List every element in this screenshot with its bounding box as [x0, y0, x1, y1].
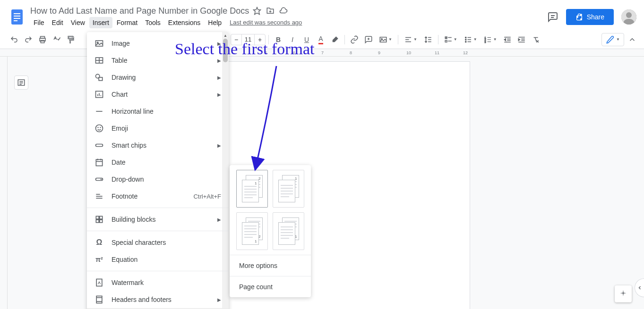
insert-emoji-item[interactable]: Emoji [87, 120, 229, 137]
menu-tools[interactable]: Tools [142, 17, 164, 28]
align-button[interactable]: ▼ [401, 33, 420, 46]
menu-label: Drop-down [112, 175, 221, 183]
insert-dropdown-item[interactable]: Drop-down [87, 171, 229, 188]
ruler-tick: 6 [293, 50, 295, 55]
clear-formatting-button[interactable] [529, 33, 542, 46]
ruler-tick: 11 [435, 50, 439, 55]
insert-table-item[interactable]: Table ▶ [87, 52, 229, 69]
page-count-item[interactable]: Page count [230, 276, 311, 297]
svg-point-68 [100, 127, 101, 128]
checklist-button[interactable]: ▼ [441, 33, 460, 46]
menu-insert[interactable]: Insert [89, 17, 112, 28]
ruler-tick: 12 [463, 50, 468, 55]
spellcheck-button[interactable] [50, 33, 63, 46]
side-panel-toggle[interactable] [635, 278, 644, 297]
paint-format-button[interactable] [64, 33, 77, 46]
document-title[interactable]: How to Add Last Name and Page Number in … [30, 6, 249, 16]
numbered-list-button[interactable]: 123▼ [481, 33, 500, 46]
svg-rect-78 [96, 216, 99, 219]
undo-button[interactable] [8, 33, 21, 46]
indent-increase-button[interactable] [515, 33, 528, 46]
text-color-button[interactable]: A [314, 33, 327, 46]
highlight-button[interactable] [328, 33, 342, 46]
more-options-item[interactable]: More options [230, 255, 311, 276]
menu-label: Special characters [112, 239, 221, 246]
insert-smart-chips-item[interactable]: Smart chips ▶ [87, 137, 229, 154]
show-outline-button[interactable] [14, 75, 28, 90]
submenu-arrow-icon: ▶ [217, 41, 221, 46]
comments-icon[interactable] [547, 11, 558, 23]
menu-label: Drawing [112, 74, 210, 81]
menu-label: Footnote [112, 192, 186, 200]
equation-icon: π² [94, 255, 104, 264]
menu-label: Date [112, 159, 221, 166]
header: How to Add Last Name and Page Number in … [0, 0, 644, 30]
menu-edit[interactable]: Edit [49, 17, 67, 28]
insert-chart-item[interactable]: Chart ▶ [87, 86, 229, 103]
font-size-value[interactable]: 11 [241, 34, 255, 45]
menu-help[interactable]: Help [205, 17, 225, 28]
link-button[interactable] [348, 33, 361, 46]
hide-menus-button[interactable] [628, 35, 636, 44]
separator [398, 35, 398, 44]
comment-button[interactable] [362, 33, 375, 46]
page-number-format-footer-skip-first[interactable]: 1 [273, 212, 304, 250]
svg-text:3: 3 [484, 40, 486, 43]
explore-button[interactable] [615, 285, 632, 302]
svg-point-32 [465, 41, 466, 42]
font-size-control: − 11 + [231, 34, 266, 45]
separator [438, 35, 438, 44]
special-characters-icon: Ω [94, 238, 104, 247]
move-icon[interactable] [266, 7, 275, 15]
account-avatar[interactable] [621, 9, 636, 25]
insert-headers-footers-item[interactable]: Headers and footers ▶ [87, 291, 229, 308]
cloud-icon[interactable] [279, 7, 288, 15]
insert-building-blocks-item[interactable]: Building blocks ▶ [87, 211, 229, 228]
font-size-increase[interactable]: + [255, 36, 265, 43]
italic-button[interactable]: I [286, 33, 299, 46]
svg-point-10 [626, 12, 632, 18]
vertical-ruler[interactable] [0, 57, 8, 309]
menu-view[interactable]: View [68, 17, 88, 28]
menu-format[interactable]: Format [113, 17, 141, 28]
image-insert-button[interactable]: ▼ [376, 33, 395, 46]
svg-marker-5 [254, 8, 261, 15]
emoji-icon [94, 124, 104, 133]
font-size-decrease[interactable]: − [231, 36, 241, 43]
redo-button[interactable] [22, 33, 35, 46]
last-edit-link[interactable]: Last edit was seconds ago [230, 19, 302, 26]
menu-file[interactable]: File [30, 17, 48, 28]
indent-decrease-button[interactable] [501, 33, 514, 46]
insert-footnote-item[interactable]: Footnote Ctrl+Alt+F [87, 188, 229, 205]
page-number-format-footer-all[interactable]: 2 1 [236, 212, 268, 250]
menu-extensions[interactable]: Extensions [165, 17, 204, 28]
menu-separator [87, 271, 229, 271]
print-button[interactable] [36, 33, 49, 46]
star-icon[interactable] [253, 7, 261, 15]
insert-image-item[interactable]: Image ▶ [87, 35, 229, 52]
shortcut-label: Ctrl+Alt+F [193, 193, 221, 200]
insert-equation-item[interactable]: π² Equation [87, 251, 229, 268]
insert-special-characters-item[interactable]: Ω Special characters [87, 234, 229, 251]
insert-drawing-item[interactable]: Drawing ▶ [87, 69, 229, 86]
bullet-list-button[interactable]: ▼ [461, 33, 480, 46]
svg-rect-4 [14, 20, 17, 21]
separator [344, 35, 345, 44]
page-number-format-header-all[interactable]: 2 1 [236, 170, 268, 208]
insert-watermark-item[interactable]: Watermark [87, 274, 229, 291]
menu-separator [87, 231, 229, 231]
menu-label: Building blocks [112, 216, 210, 223]
docs-home-icon[interactable] [8, 8, 26, 26]
line-spacing-button[interactable] [421, 33, 435, 46]
submenu-arrow-icon: ▶ [217, 75, 221, 80]
share-button[interactable]: Share [566, 9, 614, 25]
editing-mode-button[interactable]: ▼ [601, 33, 624, 46]
submenu-arrow-icon: ▶ [217, 217, 221, 222]
svg-rect-0 [11, 9, 23, 25]
bold-button[interactable]: B [272, 33, 285, 46]
insert-date-item[interactable]: Date [87, 154, 229, 171]
insert-horizontal-line-item[interactable]: Horizontal line [87, 103, 229, 120]
svg-rect-80 [96, 220, 99, 223]
page-number-format-header-skip-first[interactable]: 1 [273, 170, 304, 208]
underline-button[interactable]: U [300, 33, 313, 46]
